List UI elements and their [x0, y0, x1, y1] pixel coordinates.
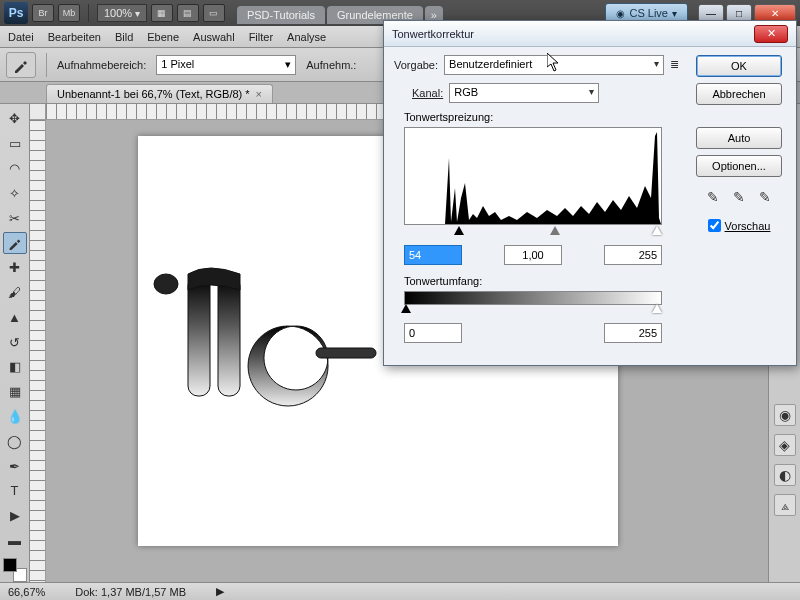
levels-dialog: Tonwertkorrektur ✕ Vorgabe: Benutzerdefi… [383, 20, 797, 366]
menu-image[interactable]: Bild [115, 31, 133, 43]
preset-select[interactable]: Benutzerdefiniert [444, 55, 664, 75]
stamp-tool[interactable]: ▲ [3, 306, 27, 328]
move-tool[interactable]: ✥ [3, 108, 27, 130]
path-select-tool[interactable]: ▶ [3, 505, 27, 527]
cancel-button[interactable]: Abbrechen [696, 83, 782, 105]
view-extras-icon[interactable]: ▦ [151, 4, 173, 22]
document-tab[interactable]: Unbenannt-1 bei 66,7% (Text, RGB/8) * × [46, 84, 273, 103]
ok-button[interactable]: OK [696, 55, 782, 77]
channel-select[interactable]: RGB [449, 83, 599, 103]
input-levels-label: Tonwertspreizung: [404, 111, 684, 123]
auto-button[interactable]: Auto [696, 127, 782, 149]
menu-analysis[interactable]: Analyse [287, 31, 326, 43]
svg-rect-2 [218, 276, 240, 396]
eyedropper-tool[interactable] [3, 232, 27, 254]
blur-tool[interactable]: 💧 [3, 406, 27, 428]
svg-rect-1 [188, 276, 210, 396]
view-proof-icon[interactable]: ▤ [177, 4, 199, 22]
document-tab-title: Unbenannt-1 bei 66,7% (Text, RGB/8) * [57, 88, 250, 100]
options-button[interactable]: Optionen... [696, 155, 782, 177]
workspace-tab[interactable]: PSD-Tutorials [237, 6, 325, 24]
preview-check-input[interactable] [708, 219, 721, 232]
output-white-handle[interactable] [652, 304, 662, 313]
output-gradient [404, 291, 662, 305]
ruler-origin[interactable] [30, 104, 46, 120]
sample-size-select[interactable]: 1 Pixel▾ [156, 55, 296, 75]
preview-label: Vorschau [725, 220, 771, 232]
close-document-icon[interactable]: × [256, 88, 262, 100]
eyedropper-black-icon[interactable]: ✎ [703, 187, 723, 207]
minibridge-icon[interactable]: Mb [58, 4, 80, 22]
output-levels-label: Tonwertumfang: [404, 275, 684, 287]
menu-edit[interactable]: Bearbeiten [48, 31, 101, 43]
svg-rect-3 [316, 348, 376, 358]
tools-panel: ✥ ▭ ◠ ✧ ✂ ✚ 🖌 ▲ ↺ ◧ ▦ 💧 ◯ ✒ T ▶ ▬ [0, 104, 30, 582]
channel-label: Kanal: [412, 87, 443, 99]
layers-icon[interactable]: ◈ [774, 434, 796, 456]
gradient-tool[interactable]: ▦ [3, 381, 27, 403]
status-arrow-icon[interactable]: ▶ [216, 585, 224, 598]
camera-icon[interactable]: ◉ [774, 404, 796, 426]
output-black-field[interactable] [404, 323, 462, 343]
adjustments-icon[interactable]: ◐ [774, 464, 796, 486]
shape-tool[interactable]: ▬ [3, 530, 27, 552]
dodge-tool[interactable]: ◯ [3, 430, 27, 452]
type-tool[interactable]: T [3, 480, 27, 502]
input-gamma-field[interactable] [504, 245, 562, 265]
output-black-handle[interactable] [401, 304, 411, 313]
heal-tool[interactable]: ✚ [3, 257, 27, 279]
input-slider[interactable] [404, 229, 662, 239]
output-slider[interactable] [404, 307, 662, 317]
sample-layers-label: Aufnehm.: [306, 59, 356, 71]
menu-layer[interactable]: Ebene [147, 31, 179, 43]
sample-size-label: Aufnahmebereich: [57, 59, 146, 71]
black-point-handle[interactable] [454, 226, 464, 235]
crop-tool[interactable]: ✂ [3, 207, 27, 229]
eraser-tool[interactable]: ◧ [3, 356, 27, 378]
color-swatches[interactable] [3, 558, 27, 582]
preview-checkbox[interactable]: Vorschau [708, 219, 771, 232]
eyedropper-white-icon[interactable]: ✎ [755, 187, 775, 207]
wand-tool[interactable]: ✧ [3, 182, 27, 204]
history-brush-tool[interactable]: ↺ [3, 331, 27, 353]
status-doc-info[interactable]: Dok: 1,37 MB/1,57 MB [75, 586, 186, 598]
status-bar: 66,67% Dok: 1,37 MB/1,57 MB ▶ [0, 582, 800, 600]
input-white-field[interactable] [604, 245, 662, 265]
zoom-level[interactable]: 100% ▾ [97, 4, 147, 22]
white-point-handle[interactable] [652, 226, 662, 235]
menu-file[interactable]: Datei [8, 31, 34, 43]
current-tool-icon[interactable] [6, 52, 36, 78]
paths-icon[interactable]: ⟁ [774, 494, 796, 516]
ruler-vertical[interactable] [30, 120, 46, 582]
bridge-icon[interactable]: Br [32, 4, 54, 22]
output-white-field[interactable] [604, 323, 662, 343]
marquee-tool[interactable]: ▭ [3, 133, 27, 155]
lasso-tool[interactable]: ◠ [3, 158, 27, 180]
dialog-titlebar[interactable]: Tonwertkorrektur ✕ [384, 21, 796, 47]
svg-point-0 [154, 274, 178, 294]
dialog-close-button[interactable]: ✕ [754, 25, 788, 43]
preset-label: Vorgabe: [394, 59, 438, 71]
pen-tool[interactable]: ✒ [3, 455, 27, 477]
photoshop-logo: Ps [4, 2, 28, 24]
preset-menu-icon[interactable]: ≣ [670, 58, 684, 72]
input-black-field[interactable] [404, 245, 462, 265]
screen-mode-icon[interactable]: ▭ [203, 4, 225, 22]
status-zoom[interactable]: 66,67% [8, 586, 45, 598]
menu-filter[interactable]: Filter [249, 31, 273, 43]
eyedropper-gray-icon[interactable]: ✎ [729, 187, 749, 207]
dialog-title: Tonwertkorrektur [392, 28, 474, 40]
gamma-handle[interactable] [550, 226, 560, 235]
brush-tool[interactable]: 🖌 [3, 282, 27, 304]
menu-select[interactable]: Auswahl [193, 31, 235, 43]
histogram [404, 127, 662, 225]
